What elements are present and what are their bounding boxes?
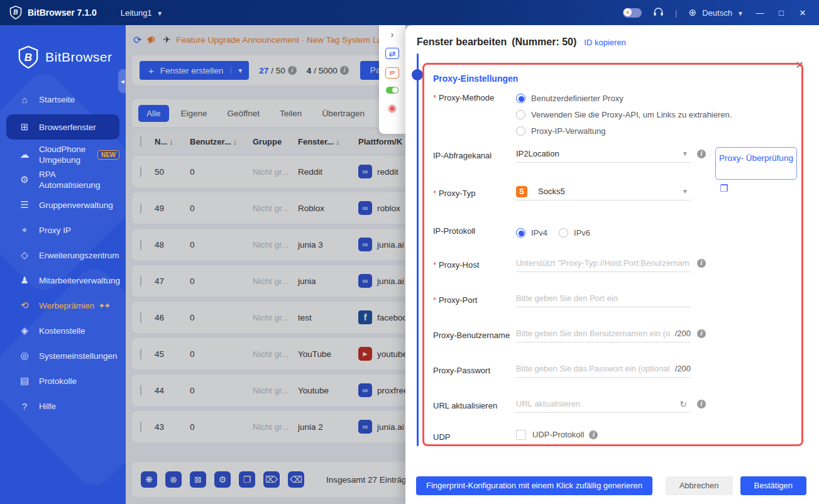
- sidebar-item-kostenstelle[interactable]: ◈Kostenstelle: [0, 318, 126, 343]
- maximize-button[interactable]: □: [776, 8, 786, 18]
- reward-icon: ⟲: [19, 300, 30, 311]
- bitbrowser-window: B BitBrowser 7.1.0 Leitung1 ▼ | ⊕ Deutsc…: [0, 0, 819, 504]
- home-icon: ⌂: [19, 94, 30, 105]
- sidebar-item-label: Protokolle: [39, 376, 77, 386]
- socks5-badge-icon: S: [516, 186, 527, 197]
- radio-proxy-api[interactable]: Verwenden Sie die Proxy-API, um Links zu…: [516, 106, 732, 123]
- brand: B BitBrowser: [18, 45, 126, 69]
- radio-ipv6[interactable]: IPv6: [559, 224, 590, 241]
- info-icon[interactable]: i: [697, 329, 706, 338]
- sidebar-item-proxy-ip[interactable]: ⌖Proxy IP: [0, 217, 126, 243]
- radio-icon: [516, 94, 525, 103]
- sidebar-item-label: Startseite: [39, 94, 75, 105]
- cloud-icon: ☁: [19, 149, 30, 160]
- ip-channel-select[interactable]: IP2Location ▼: [516, 145, 691, 163]
- close-button[interactable]: ✕: [798, 8, 808, 18]
- people-icon: ♟: [19, 275, 30, 286]
- proxy-username-input[interactable]: [516, 329, 670, 338]
- sidebar-item-systemeinstellungen[interactable]: ◎Systemeinstellungen: [0, 343, 126, 368]
- sidebar-item-browserfenster[interactable]: ⊞Browserfenster: [6, 114, 119, 140]
- radio-proxy-ip-management[interactable]: Proxy-IP-Verwaltung: [516, 123, 606, 139]
- ip-protocol-row: IP-Protokoll IPv4 IPv6: [424, 221, 801, 255]
- proxy-host-input[interactable]: [516, 258, 691, 268]
- sidebar-item-gruppenverwaltung[interactable]: ☰Gruppenverwaltung: [0, 192, 126, 217]
- radio-icon: [516, 228, 525, 238]
- refresh-url-input[interactable]: [516, 399, 674, 408]
- cancel-button[interactable]: Abbrechen: [666, 476, 733, 495]
- proxy-password-input[interactable]: [516, 364, 670, 373]
- sidebar-item-label: Proxy IP: [39, 225, 71, 236]
- doc-icon: ▤: [19, 375, 30, 386]
- proxy-password-row: Proxy-Passwort /200: [424, 360, 801, 395]
- random-fingerprint-button[interactable]: Fingerprint-Konfiguration mit einem Klic…: [416, 476, 652, 495]
- minimize-button[interactable]: —: [755, 8, 765, 18]
- proxy-username-row: Proxy-Benutzername /200 i: [424, 325, 801, 360]
- sidebar-item-label: CloudPhone Umgebung: [39, 144, 92, 165]
- shield-icon: ◈: [19, 325, 30, 336]
- robot-icon: ⚙: [19, 174, 30, 185]
- grid-icon: ⊞: [19, 121, 30, 133]
- info-icon[interactable]: i: [589, 430, 598, 439]
- copy-id-link[interactable]: ID kopieren: [584, 38, 625, 47]
- theme-toggle[interactable]: [623, 8, 642, 18]
- sidebar-item-label: Erweiterungszentrum: [39, 250, 113, 261]
- app-title: BitBrowser 7.1.0: [28, 8, 97, 18]
- line-selector[interactable]: Leitung1 ▼: [121, 8, 163, 18]
- chevron-down-icon: ▼: [737, 10, 744, 17]
- info-icon[interactable]: i: [697, 400, 706, 408]
- radio-icon: [516, 110, 525, 119]
- proxy-host-row: Proxy-Host i: [424, 255, 801, 290]
- modal-header: Fenster bearbeiten (Nummer: 50) ID kopie…: [405, 25, 819, 48]
- info-icon[interactable]: i: [697, 259, 706, 268]
- sidebar-item-erweiterungszentrum[interactable]: ◇Erweiterungszentrum: [0, 243, 126, 268]
- proxy-ip-icon[interactable]: IP: [385, 67, 399, 79]
- proxy-type-select[interactable]: S Socks5 ▼: [516, 183, 691, 200]
- pin-icon: ⌖: [19, 224, 30, 236]
- help-icon: ?: [19, 401, 30, 412]
- new-badge: NEW: [97, 150, 119, 160]
- sidebar-item-startseite[interactable]: ⌂Startseite: [0, 87, 126, 112]
- gear-icon: ◎: [19, 350, 30, 361]
- window-sync-icon[interactable]: ⇄: [385, 48, 399, 59]
- sidebar-item-hilfe[interactable]: ?Hilfe: [0, 393, 126, 419]
- svg-text:B: B: [25, 52, 32, 63]
- sidebar-item-label: Browserfenster: [39, 122, 96, 133]
- language-selector[interactable]: ⊕ Deutsch ▼: [688, 7, 744, 18]
- radio-ipv4[interactable]: IPv4: [516, 224, 547, 241]
- udp-row: UDP UDP-Protokoll i: [424, 427, 801, 448]
- brand-logo-icon: B: [18, 45, 39, 69]
- sidebar-item-label: Mitarbeiterverwaltung: [39, 275, 113, 286]
- proxy-port-input[interactable]: [516, 293, 691, 303]
- expand-chevron-icon[interactable]: ›: [391, 29, 394, 40]
- sidebar-collapse-handle[interactable]: ◂: [118, 69, 126, 93]
- confirm-button[interactable]: Bestätigen: [740, 476, 806, 495]
- window-number: (Nummer: 50): [512, 36, 576, 48]
- proxy-port-row: Proxy-Port: [424, 290, 801, 325]
- titlebar: B BitBrowser 7.1.0 Leitung1 ▼ | ⊕ Deutsc…: [0, 0, 819, 25]
- copy-icon[interactable]: ❐: [720, 183, 728, 194]
- chevron-down-icon: ▼: [682, 150, 691, 157]
- sidebar-item-label: Werbeprämien: [39, 300, 94, 311]
- fingerprint-icon[interactable]: ◉: [385, 102, 399, 113]
- proxy-check-button[interactable]: Proxy- Überprüfung: [715, 147, 797, 180]
- sidebar-item-cloudphone[interactable]: ☁CloudPhone UmgebungNEW: [0, 142, 126, 167]
- sidebar-item-rpa[interactable]: ⚙RPA Automatisierung: [0, 167, 126, 192]
- sidebar-item-protokolle[interactable]: ▤Protokolle: [0, 368, 126, 393]
- globe-icon: ⊕: [688, 7, 696, 18]
- toggle-on-icon[interactable]: [386, 87, 399, 94]
- info-icon[interactable]: i: [697, 150, 706, 158]
- chevron-down-icon: ▼: [157, 10, 163, 17]
- layers-icon: ☰: [19, 199, 30, 211]
- sidebar-item-mitarbeiterverwaltung[interactable]: ♟Mitarbeiterverwaltung: [0, 268, 126, 293]
- radio-custom-proxy[interactable]: Benutzerdefinierter Proxy: [516, 90, 624, 106]
- sidebar-item-label: Gruppenverwaltung: [39, 200, 113, 211]
- support-headset-icon[interactable]: [653, 7, 664, 18]
- section-anchor-dot[interactable]: [412, 69, 423, 80]
- radio-icon: [516, 126, 525, 136]
- sidebar-item-werbepraemien[interactable]: ⟲Werbeprämien✦✦: [0, 293, 126, 318]
- divider: |: [675, 8, 677, 18]
- modal-footer: Fingerprint-Konfiguration mit einem Klic…: [405, 468, 819, 504]
- refresh-icon[interactable]: ↻: [679, 399, 687, 409]
- sidebar-item-label: Kostenstelle: [39, 326, 85, 336]
- udp-checkbox[interactable]: [516, 430, 526, 440]
